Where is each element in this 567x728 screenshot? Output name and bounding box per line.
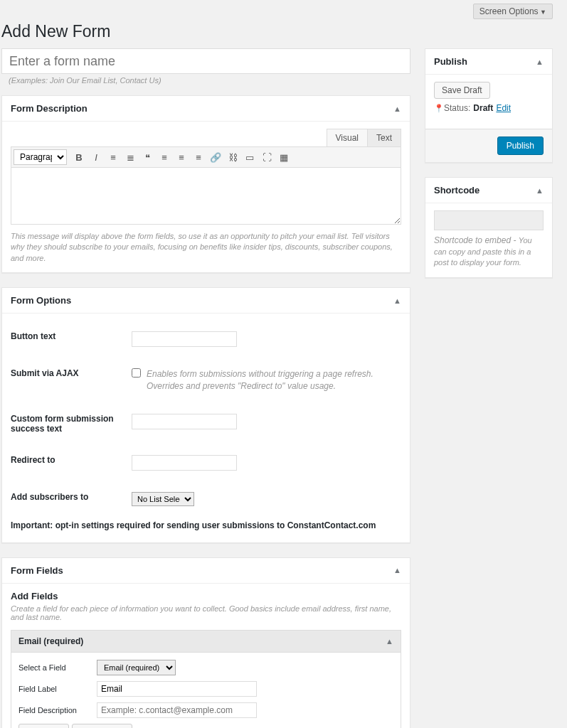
success-text-label: Custom form submission success text	[11, 403, 132, 444]
number-list-icon[interactable]: ≣	[122, 149, 138, 165]
shortcode-title: Shortcode	[434, 185, 479, 196]
collapse-toggle[interactable]: ▲	[386, 637, 393, 646]
redirect-label: Redirect to	[11, 444, 132, 481]
status-label: Status:	[444, 103, 470, 113]
move-down-button[interactable]: ∨ move down	[72, 724, 132, 728]
collapse-toggle[interactable]: ▲	[536, 186, 544, 195]
form-fields-box: Form Fields ▲ Add Fields Create a field …	[1, 557, 410, 728]
collapse-toggle[interactable]: ▲	[393, 566, 401, 574]
text-tab[interactable]: Text	[367, 129, 401, 146]
field-label-input[interactable]	[97, 681, 257, 697]
field-label-label: Field Label	[18, 685, 97, 693]
add-subscribers-label: Add subscribers to	[11, 481, 132, 517]
field-desc-label: Field Description	[18, 706, 97, 714]
field-type-select[interactable]: Email (required)	[97, 660, 176, 675]
publish-button[interactable]: Publish	[497, 136, 544, 155]
publish-title: Publish	[434, 56, 467, 67]
field-item-title: Email (required)	[18, 636, 83, 646]
form-fields-title: Form Fields	[11, 565, 63, 576]
important-note: Important: opt-in settings required for …	[11, 517, 401, 534]
field-desc-input[interactable]	[97, 702, 257, 718]
align-right-icon[interactable]: ≡	[191, 149, 206, 165]
italic-icon[interactable]: I	[88, 149, 104, 165]
editor-toolbar: Paragraph B I ≡ ≣ ❝ ≡ ≡ ≡ 🔗 ⛓ ▭ ⛶ ▦	[11, 146, 401, 168]
visual-tab[interactable]: Visual	[327, 129, 368, 146]
save-draft-button[interactable]: Save Draft	[434, 82, 490, 99]
button-text-input[interactable]	[132, 331, 237, 347]
unlink-icon[interactable]: ⛓	[225, 149, 240, 165]
move-up-button[interactable]: ∧ move up	[18, 724, 69, 728]
toolbar-toggle-icon[interactable]: ▦	[276, 149, 292, 165]
form-description-box: Form Description ▲ Visual Text Paragraph…	[1, 95, 410, 273]
collapse-toggle[interactable]: ▲	[536, 58, 544, 66]
form-name-input[interactable]	[1, 48, 410, 74]
link-icon[interactable]: 🔗	[208, 149, 223, 165]
shortcode-input[interactable]	[434, 210, 544, 230]
status-value: Draft	[473, 103, 493, 113]
collapse-toggle[interactable]: ▲	[393, 296, 401, 305]
description-textarea[interactable]	[11, 168, 401, 225]
redirect-input[interactable]	[132, 455, 237, 471]
blockquote-icon[interactable]: ❝	[139, 149, 155, 165]
bold-icon[interactable]: B	[71, 149, 87, 165]
form-description-title: Form Description	[11, 103, 88, 114]
ajax-checkbox[interactable]	[132, 368, 141, 378]
description-hint: This message will display above the form…	[11, 231, 401, 264]
screen-options-button[interactable]: Screen Options	[473, 4, 553, 19]
readmore-icon[interactable]: ▭	[242, 149, 258, 165]
page-title: Add New Form	[1, 22, 553, 41]
ajax-label: Submit via AJAX	[11, 358, 132, 403]
form-options-box: Form Options ▲ Button text Submit via AJ…	[1, 287, 410, 543]
list-select[interactable]: No List Selected	[132, 492, 194, 506]
button-text-label: Button text	[11, 321, 132, 358]
key-icon: 📍	[434, 104, 441, 113]
success-text-input[interactable]	[132, 414, 237, 429]
form-options-title: Form Options	[11, 295, 71, 306]
bullet-list-icon[interactable]: ≡	[105, 149, 121, 165]
format-select[interactable]: Paragraph	[14, 149, 67, 165]
edit-status-link[interactable]: Edit	[496, 103, 511, 113]
align-center-icon[interactable]: ≡	[174, 149, 189, 165]
shortcode-description: Shortcode to embed - You can copy and pa…	[434, 235, 544, 269]
publish-box: Publish ▲ Save Draft 📍 Status: Draft Edi…	[425, 48, 553, 163]
shortcode-box: Shortcode ▲ Shortcode to embed - You can…	[425, 177, 553, 278]
align-left-icon[interactable]: ≡	[157, 149, 172, 165]
ajax-description: Enables form submissions without trigger…	[147, 368, 401, 392]
add-fields-heading: Add Fields	[11, 591, 401, 601]
field-item: Email (required) ▲ Select a Field Email …	[11, 630, 401, 728]
add-fields-desc: Create a field for each piece of informa…	[11, 604, 401, 621]
collapse-toggle[interactable]: ▲	[393, 105, 401, 113]
fullscreen-icon[interactable]: ⛶	[259, 149, 275, 165]
select-field-label: Select a Field	[18, 663, 97, 672]
form-name-hint: (Examples: Join Our Email List, Contact …	[1, 73, 410, 85]
